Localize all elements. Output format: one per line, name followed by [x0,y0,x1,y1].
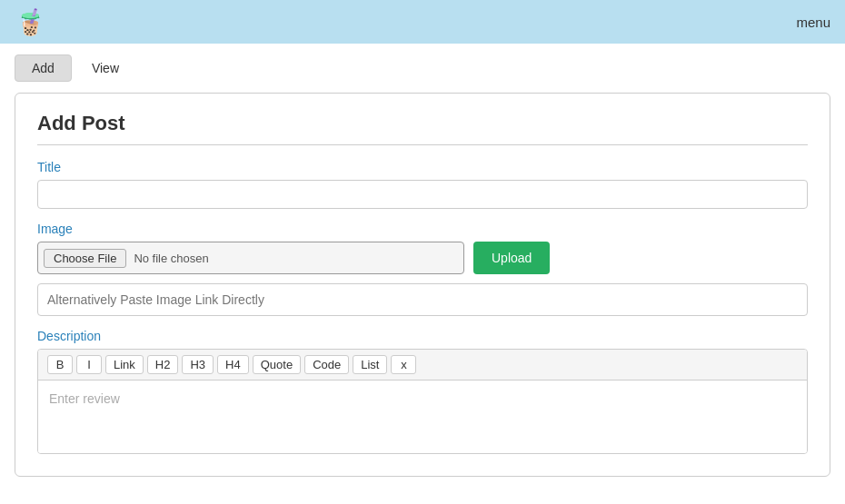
toolbar-btn-link[interactable]: Link [105,355,144,374]
form-container: Add Post Title Image Choose File No file… [15,93,830,477]
tab-view[interactable]: View [75,55,135,81]
menu-button[interactable]: menu [796,15,830,30]
app-logo: 🧋 [15,7,46,37]
image-label: Image [37,222,808,236]
toolbar-btn-h4[interactable]: H4 [217,355,249,374]
description-label: Description [37,329,808,343]
toolbar-btn-code[interactable]: Code [304,355,349,374]
choose-file-button[interactable]: Choose File [44,249,126,268]
toolbar-btn-i[interactable]: I [76,355,102,374]
tab-add[interactable]: Add [15,54,72,82]
editor-textarea[interactable]: Enter review [38,380,807,453]
form-title: Add Post [37,112,808,135]
toolbar-btn-h2[interactable]: H2 [147,355,179,374]
toolbar-btn-x[interactable]: x [391,355,416,374]
toolbar-btn-list[interactable]: List [353,355,387,374]
upload-button[interactable]: Upload [473,242,550,274]
header: 🧋 menu [0,0,845,44]
toolbar-btn-quote[interactable]: Quote [253,355,301,374]
file-input-wrapper: Choose File No file chosen [37,242,464,274]
image-row: Choose File No file chosen Upload [37,242,808,274]
toolbar-btn-b[interactable]: B [47,355,73,374]
title-input[interactable] [37,180,808,209]
toolbar-btn-h3[interactable]: H3 [182,355,214,374]
editor-container: BILinkH2H3H4QuoteCodeListx Enter review [37,349,808,454]
image-link-input[interactable] [37,283,808,316]
no-file-label: No file chosen [134,252,208,265]
title-label: Title [37,160,808,174]
nav-tabs: Add View [0,44,845,82]
editor-toolbar: BILinkH2H3H4QuoteCodeListx [38,350,807,380]
divider [37,144,808,145]
